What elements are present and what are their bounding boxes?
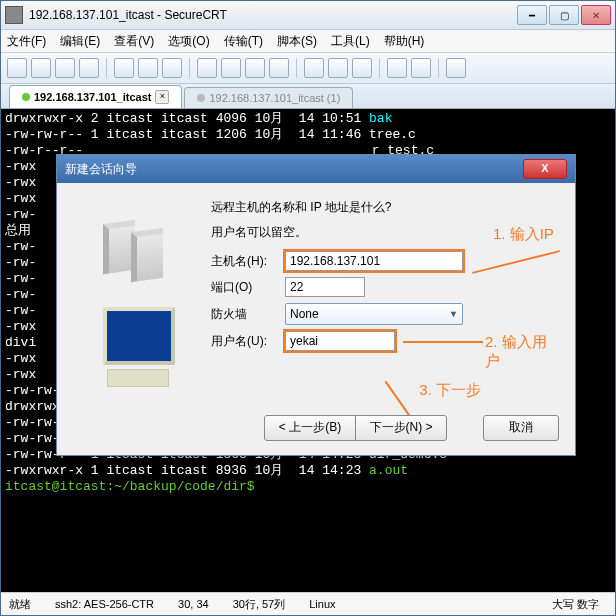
toolbar-btn-16[interactable] — [411, 58, 431, 78]
menu-script[interactable]: 脚本(S) — [277, 33, 317, 50]
port-input[interactable] — [285, 277, 365, 297]
toolbar-btn-10[interactable] — [245, 58, 265, 78]
toolbar-btn-17[interactable] — [446, 58, 466, 78]
menu-transfer[interactable]: 传输(T) — [224, 33, 263, 50]
toolbar-btn-5[interactable] — [114, 58, 134, 78]
tab-strip: 192.168.137.101_itcast × 192.168.137.101… — [1, 84, 615, 109]
toolbar-btn-4[interactable] — [79, 58, 99, 78]
toolbar-btn-8[interactable] — [197, 58, 217, 78]
titlebar: 192.168.137.101_itcast - SecureCRT ━ ▢ ✕ — [1, 1, 615, 30]
toolbar-btn-11[interactable] — [269, 58, 289, 78]
status-os: Linux — [309, 598, 335, 610]
next-button[interactable]: 下一步(N) > — [355, 415, 447, 441]
menu-tools[interactable]: 工具(L) — [331, 33, 370, 50]
dialog-title: 新建会话向导 — [65, 161, 523, 178]
toolbar-btn-13[interactable] — [328, 58, 348, 78]
firewall-select[interactable]: None ▼ — [285, 303, 463, 325]
new-session-dialog: 新建会话向导 X 远程主机的名称和 IP 地址是什么? 用户名可以留空。 主机名… — [56, 154, 576, 456]
toolbar-btn-15[interactable] — [387, 58, 407, 78]
status-rowcol: 30行, 57列 — [233, 597, 286, 612]
menu-edit[interactable]: 编辑(E) — [60, 33, 100, 50]
tab-active[interactable]: 192.168.137.101_itcast × — [9, 85, 182, 108]
username-label: 用户名(U): — [211, 333, 285, 350]
menu-file[interactable]: 文件(F) — [7, 33, 46, 50]
status-pos: 30, 34 — [178, 598, 209, 610]
dialog-question: 远程主机的名称和 IP 地址是什么? — [211, 199, 559, 216]
chevron-down-icon: ▼ — [449, 309, 458, 319]
hostname-input[interactable] — [285, 251, 463, 271]
dialog-hint: 用户名可以留空。 — [211, 224, 559, 241]
status-ssh: ssh2: AES-256-CTR — [55, 598, 154, 610]
toolbar-btn-3[interactable] — [55, 58, 75, 78]
dialog-titlebar: 新建会话向导 X — [57, 155, 575, 183]
menu-view[interactable]: 查看(V) — [114, 33, 154, 50]
status-ready: 就绪 — [9, 597, 31, 612]
hostname-label: 主机名(H): — [211, 253, 285, 270]
toolbar-btn-14[interactable] — [352, 58, 372, 78]
close-button[interactable]: ✕ — [581, 5, 611, 25]
dialog-close-button[interactable]: X — [523, 159, 567, 179]
statusbar: 就绪 ssh2: AES-256-CTR 30, 34 30行, 57列 Lin… — [1, 592, 615, 615]
status-dot-icon — [197, 94, 205, 102]
server-icon — [103, 212, 173, 282]
tab-active-label: 192.168.137.101_itcast — [34, 91, 151, 103]
app-icon — [5, 6, 23, 24]
cancel-button[interactable]: 取消 — [483, 415, 559, 441]
firewall-label: 防火墙 — [211, 306, 285, 323]
toolbar — [1, 53, 615, 84]
username-input[interactable] — [285, 331, 395, 351]
tab-inactive[interactable]: 192.168.137.101_itcast (1) — [184, 87, 353, 108]
menu-options[interactable]: 选项(O) — [168, 33, 209, 50]
maximize-button[interactable]: ▢ — [549, 5, 579, 25]
firewall-value: None — [290, 307, 319, 321]
toolbar-btn-9[interactable] — [221, 58, 241, 78]
computer-icon — [103, 307, 173, 387]
annotation-2: 2. 输入用户 — [485, 333, 559, 371]
toolbar-btn-7[interactable] — [162, 58, 182, 78]
menu-help[interactable]: 帮助(H) — [384, 33, 425, 50]
tab-close-icon[interactable]: × — [155, 90, 169, 104]
menubar: 文件(F) 编辑(E) 查看(V) 选项(O) 传输(T) 脚本(S) 工具(L… — [1, 30, 615, 53]
toolbar-btn-2[interactable] — [31, 58, 51, 78]
back-button[interactable]: < 上一步(B) — [264, 415, 356, 441]
tab-inactive-label: 192.168.137.101_itcast (1) — [209, 92, 340, 104]
window-title: 192.168.137.101_itcast - SecureCRT — [29, 8, 515, 22]
toolbar-btn-6[interactable] — [138, 58, 158, 78]
toolbar-btn-12[interactable] — [304, 58, 324, 78]
toolbar-btn-1[interactable] — [7, 58, 27, 78]
minimize-button[interactable]: ━ — [517, 5, 547, 25]
port-label: 端口(O) — [211, 279, 285, 296]
status-caps: 大写 数字 — [552, 597, 599, 612]
status-dot-icon — [22, 93, 30, 101]
